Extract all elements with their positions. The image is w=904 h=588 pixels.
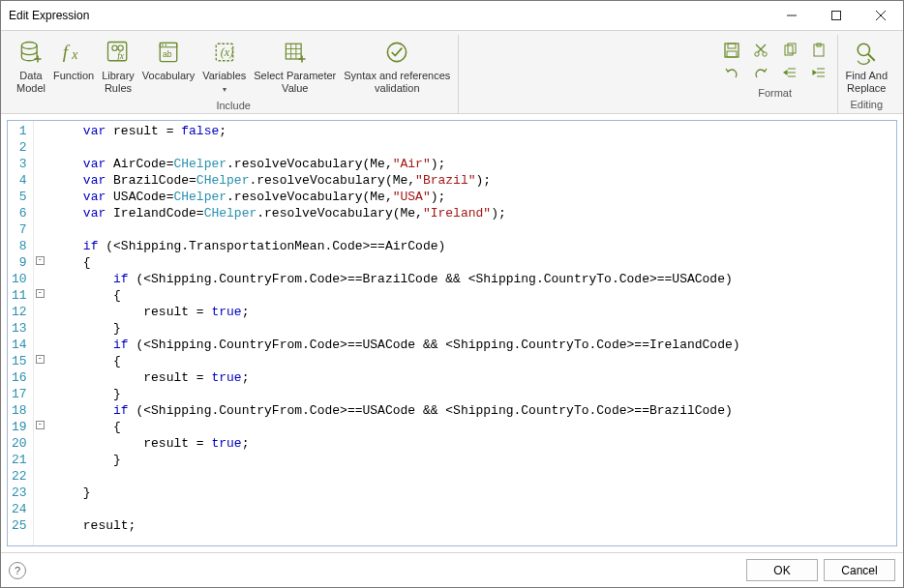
chevron-down-icon: ▾	[223, 85, 226, 94]
line-number: 3	[12, 156, 27, 172]
line-number-gutter: 1234567891011121314151617181920212223242…	[8, 121, 34, 545]
help-icon[interactable]: ?	[9, 562, 26, 579]
code-line[interactable]: var IrelandCode=CHelper.resolveVocabular…	[53, 205, 896, 221]
code-line[interactable]	[53, 468, 896, 485]
window-title: Edit Expression	[9, 9, 769, 22]
svg-rect-18	[728, 44, 736, 48]
svg-point-26	[859, 44, 870, 55]
line-number: 9	[12, 254, 27, 271]
code-line[interactable]: }	[53, 386, 896, 402]
code-line[interactable]	[53, 139, 896, 156]
fx-icon: fx	[60, 37, 87, 68]
line-number: 11	[12, 287, 27, 304]
code-line[interactable]: if (<Shipping.CountryFrom.Code>==USACode…	[53, 402, 896, 419]
line-number: 15	[12, 353, 27, 369]
code-line[interactable]: var result = false;	[53, 123, 896, 139]
line-number: 21	[12, 452, 27, 468]
library-rules-button[interactable]: fx Library Rules	[98, 35, 138, 97]
code-line[interactable]: }	[53, 320, 896, 337]
edit-expression-window: Edit Expression Data Model fx	[0, 0, 904, 588]
editing-group-label: Editing	[850, 99, 883, 110]
code-line[interactable]: {	[53, 419, 896, 435]
line-number: 8	[12, 238, 27, 254]
svg-point-10	[162, 44, 164, 46]
code-content[interactable]: var result = false; var AirCode=CHelper.…	[47, 121, 896, 545]
line-number: 4	[12, 172, 27, 189]
copy-icon[interactable]	[779, 41, 800, 60]
line-number: 2	[12, 139, 27, 156]
line-number: 20	[12, 435, 27, 452]
ribbon-group-format: Format	[713, 35, 838, 113]
code-line[interactable]: }	[53, 452, 896, 468]
undo-icon[interactable]	[721, 64, 742, 83]
function-button[interactable]: fx Function	[49, 35, 98, 97]
code-line[interactable]: var AirCode=CHelper.resolveVocabulary(Me…	[53, 156, 896, 172]
syntax-validation-button[interactable]: Syntax and references validation	[340, 35, 454, 97]
svg-rect-19	[727, 51, 737, 57]
cut-icon[interactable]	[750, 41, 771, 60]
code-line[interactable]: var BrazilCode=CHelper.resolveVocabulary…	[53, 172, 896, 189]
svg-text:x: x	[71, 47, 78, 62]
fold-column[interactable]: ----	[34, 121, 47, 536]
ok-button[interactable]: OK	[746, 559, 818, 581]
code-line[interactable]: result;	[53, 517, 896, 534]
line-number: 13	[12, 320, 27, 337]
line-number: 23	[12, 485, 27, 501]
code-line[interactable]: {	[53, 287, 896, 304]
line-number: 19	[12, 419, 27, 435]
maximize-button[interactable]	[814, 1, 859, 30]
fold-marker[interactable]: -	[36, 421, 45, 429]
line-number: 16	[12, 369, 27, 386]
line-number: 17	[12, 386, 27, 402]
code-line[interactable]: if (<Shipping.TransportationMean.Code>==…	[53, 238, 896, 254]
vocabulary-icon: ab	[155, 37, 182, 68]
line-number: 7	[12, 221, 27, 238]
code-editor[interactable]: 1234567891011121314151617181920212223242…	[7, 120, 897, 546]
select-parameter-button[interactable]: Select Parameter Value	[250, 35, 340, 97]
code-line[interactable]: {	[53, 254, 896, 271]
save-icon[interactable]	[721, 41, 742, 60]
svg-text:f: f	[63, 42, 71, 62]
svg-point-21	[762, 52, 766, 56]
code-line[interactable]: result = true;	[53, 304, 896, 320]
indent-icon[interactable]	[808, 64, 829, 83]
code-line[interactable]: {	[53, 353, 896, 369]
paste-icon[interactable]	[808, 41, 829, 60]
svg-point-1	[21, 43, 37, 49]
ribbon-group-editing: Find And Replace Editing	[838, 35, 895, 113]
line-number: 6	[12, 205, 27, 221]
svg-point-16	[388, 43, 407, 61]
code-line[interactable]	[53, 221, 896, 238]
library-rules-icon: fx	[105, 37, 132, 68]
variables-button[interactable]: (x) Variables▾	[198, 35, 250, 98]
code-line[interactable]: result = true;	[53, 369, 896, 386]
svg-text:ab: ab	[163, 49, 172, 59]
ribbon-group-include: Data Model fx Function fx Library Rules	[9, 35, 459, 113]
cancel-button[interactable]: Cancel	[824, 559, 895, 581]
code-line[interactable]	[53, 501, 896, 517]
close-button[interactable]	[859, 1, 903, 30]
svg-rect-15	[286, 44, 301, 59]
code-line[interactable]: result = true;	[53, 435, 896, 452]
fold-marker[interactable]: -	[36, 256, 45, 265]
data-model-button[interactable]: Data Model	[13, 35, 49, 97]
svg-text:(x): (x)	[220, 45, 233, 59]
line-number: 1	[12, 123, 27, 139]
outdent-icon[interactable]	[779, 64, 800, 83]
find-replace-button[interactable]: Find And Replace	[842, 35, 891, 97]
vocabulary-button[interactable]: ab Vocabulary	[138, 35, 198, 97]
format-group-label: Format	[758, 87, 792, 99]
fold-marker[interactable]: -	[36, 355, 45, 364]
line-number: 10	[12, 271, 27, 287]
code-line[interactable]: if (<Shipping.CountryFrom.Code>==USACode…	[53, 337, 896, 353]
code-line[interactable]: if (<Shipping.CountryFrom.Code>==BrazilC…	[53, 271, 896, 287]
code-line[interactable]: }	[53, 485, 896, 501]
find-replace-icon	[853, 37, 880, 68]
line-number: 22	[12, 468, 27, 485]
minimize-button[interactable]	[769, 1, 814, 30]
line-number: 12	[12, 304, 27, 320]
code-line[interactable]: var USACode=CHelper.resolveVocabulary(Me…	[53, 189, 896, 205]
svg-rect-0	[832, 12, 841, 20]
fold-marker[interactable]: -	[36, 289, 45, 298]
redo-icon[interactable]	[750, 64, 771, 83]
